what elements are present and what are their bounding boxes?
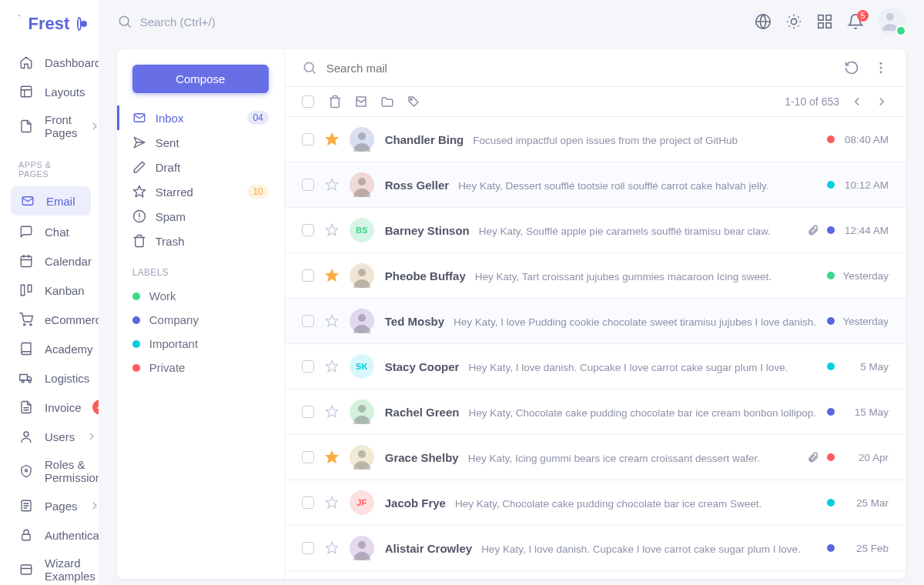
mail-folder-spam[interactable]: Spam: [132, 204, 269, 229]
mail-folder-sent[interactable]: Sent: [132, 130, 269, 155]
theme-icon[interactable]: [785, 13, 802, 30]
folder-label: Inbox: [156, 112, 184, 125]
chat-icon: [18, 224, 34, 239]
avatar: [350, 172, 374, 197]
mail-label-work[interactable]: Work: [132, 284, 269, 308]
sidebar-item-academy[interactable]: Academy: [0, 334, 99, 363]
mail-row[interactable]: Rachel Green Hey Katy, Chocolate cake pu…: [285, 389, 906, 435]
star-icon[interactable]: [325, 359, 339, 373]
global-search[interactable]: Search (Ctrl+/): [117, 14, 744, 29]
delete-icon[interactable]: [328, 95, 342, 109]
row-checkbox[interactable]: [302, 224, 314, 236]
sidebar-item-invoice[interactable]: Invoice 4: [0, 393, 99, 422]
sidebar-item-layouts[interactable]: Layouts: [0, 77, 99, 106]
user-avatar[interactable]: [878, 8, 906, 35]
star-icon[interactable]: [325, 496, 339, 510]
star-icon[interactable]: [325, 178, 339, 192]
sidebar-item-chat[interactable]: Chat: [0, 217, 99, 246]
row-checkbox[interactable]: [302, 315, 314, 327]
mail-row[interactable]: Pheobe Buffay Hey Katy, Tart croissant j…: [285, 253, 906, 299]
row-checkbox[interactable]: [302, 269, 314, 282]
refresh-icon[interactable]: [844, 60, 859, 75]
mail-label-private[interactable]: Private: [132, 356, 269, 379]
star-icon[interactable]: [325, 223, 339, 237]
mail-subject: Hey Katy, Tart croissant jujubes gummies…: [475, 271, 772, 282]
mail-search-input[interactable]: [326, 62, 835, 75]
mail-row[interactable]: BS Barney Stinson Hey Katy, Soufflé appl…: [285, 208, 906, 253]
mark-read-icon[interactable]: [354, 95, 368, 109]
mail-time: 10:12 AM: [842, 179, 889, 191]
mail-folder-inbox[interactable]: Inbox04: [117, 105, 269, 130]
row-checkbox[interactable]: [302, 406, 314, 418]
main-sidebar: Frest Dashboards 5 Layouts Front Pages A…: [0, 0, 99, 585]
row-checkbox[interactable]: [302, 360, 314, 373]
sidebar-item-roles-permissions[interactable]: Roles & Permissions: [0, 451, 99, 491]
row-checkbox[interactable]: [302, 179, 314, 191]
chevron-right-icon: [85, 430, 98, 443]
row-checkbox[interactable]: [302, 133, 314, 145]
sender-name: Stacy Cooper: [385, 360, 460, 373]
brand[interactable]: Frest: [0, 0, 99, 48]
row-checkbox[interactable]: [302, 496, 314, 509]
mail-row[interactable]: Alistair Crowley Hey Katy, I love danish…: [285, 526, 906, 571]
star-icon[interactable]: [325, 132, 339, 146]
notification-count-badge: 5: [857, 10, 869, 22]
mail-folder-trash[interactable]: Trash: [132, 229, 269, 253]
trash-icon: [132, 234, 146, 248]
mail-main: 1-10 of 653 Chandler Bing Focused impact…: [285, 49, 906, 579]
sidebar-item-email[interactable]: Email: [11, 186, 91, 216]
mail-label-company[interactable]: Company: [132, 308, 269, 332]
folder-label: Sent: [156, 136, 179, 149]
mail-icon: [20, 193, 35, 209]
sidebar-item-dashboards[interactable]: Dashboards 5: [0, 48, 99, 77]
sidebar-item-kanban[interactable]: Kanban: [0, 276, 99, 305]
mail-row[interactable]: JF Jacob Frye Hey Katy, Chocolate cake p…: [285, 480, 906, 526]
mail-folder-draft[interactable]: Draft: [132, 155, 269, 179]
row-checkbox[interactable]: [302, 451, 314, 463]
folder-icon[interactable]: [380, 95, 394, 109]
sidebar-section-apps: APPS & PAGES: [0, 146, 99, 185]
mail-search-bar: [285, 49, 906, 87]
sidebar-item-wizard-examples[interactable]: Wizard Examples: [0, 550, 99, 585]
mail-row[interactable]: SK Stacy Cooper Hey Katy, I love danish.…: [285, 344, 906, 389]
sidebar-item-logistics[interactable]: Logistics: [0, 363, 99, 393]
svg-rect-22: [819, 23, 823, 28]
select-all-checkbox[interactable]: [302, 95, 314, 108]
sidebar-item-authentications[interactable]: Authentications: [0, 520, 99, 550]
row-checkbox[interactable]: [302, 542, 314, 554]
sidebar-item-label: Chat: [45, 226, 86, 239]
star-icon[interactable]: [325, 541, 339, 555]
star-icon[interactable]: [325, 314, 339, 328]
brand-pin-icon[interactable]: [77, 17, 81, 31]
star-icon[interactable]: [325, 269, 339, 282]
prev-page-icon[interactable]: [850, 95, 864, 109]
mail-label-important[interactable]: Important: [132, 332, 269, 356]
sidebar-item-front-pages[interactable]: Front Pages: [0, 106, 99, 146]
mail-row[interactable]: Ross Geller Hey Katy, Dessert soufflé to…: [285, 162, 906, 208]
sidebar-item-pages[interactable]: Pages: [0, 491, 99, 520]
sidebar-item-users[interactable]: Users: [0, 422, 99, 451]
apps-grid-icon[interactable]: [816, 13, 833, 30]
mail-row[interactable]: Ted Mosby Hey Katy, I love Pudding cooki…: [285, 299, 906, 344]
svg-point-28: [304, 62, 313, 72]
tag-icon[interactable]: [407, 95, 420, 109]
svg-point-9: [22, 380, 24, 383]
sidebar-item-calendar[interactable]: Calendar: [0, 246, 99, 276]
lock-icon: [18, 527, 34, 543]
label-dot-icon: [827, 226, 835, 234]
mail-time: 25 Feb: [842, 543, 889, 554]
mail-row[interactable]: Chandler Bing Focused impactful open iss…: [285, 117, 906, 162]
sidebar-item-ecommerce[interactable]: eCommerce: [0, 305, 99, 334]
compose-button[interactable]: Compose: [132, 65, 269, 93]
folder-label: Draft: [156, 161, 181, 174]
star-icon[interactable]: [325, 405, 339, 419]
next-page-icon[interactable]: [875, 95, 889, 109]
notifications-icon[interactable]: 5: [847, 13, 864, 30]
star-icon: [132, 185, 146, 199]
mail-row[interactable]: Grace Shelby Hey Katy, Icing gummi bears…: [285, 435, 906, 480]
mail-folder-starred[interactable]: Starred10: [132, 179, 269, 204]
more-menu-icon[interactable]: [873, 60, 889, 75]
wizard-icon: [18, 562, 34, 577]
star-icon[interactable]: [325, 450, 339, 464]
language-icon[interactable]: [755, 13, 772, 30]
